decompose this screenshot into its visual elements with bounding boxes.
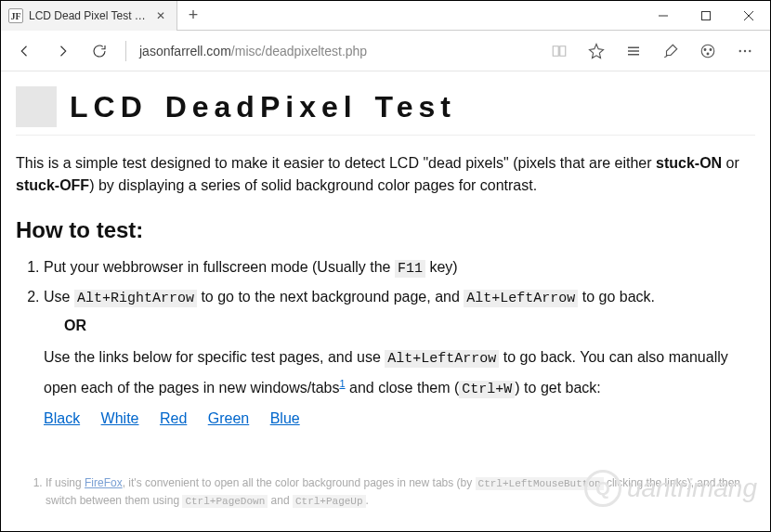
- link-white[interactable]: White: [101, 410, 139, 426]
- svg-point-9: [710, 48, 712, 50]
- page-logo: [16, 86, 57, 127]
- page-title: LCD DeadPixel Test: [70, 84, 456, 129]
- link-blue[interactable]: Blue: [270, 410, 300, 426]
- new-tab-button[interactable]: +: [177, 1, 209, 30]
- svg-point-7: [701, 45, 714, 58]
- link-red[interactable]: Red: [160, 410, 187, 426]
- svg-point-13: [749, 49, 751, 51]
- intro-stuck-on: stuck-ON: [656, 155, 722, 171]
- refresh-button[interactable]: [83, 34, 116, 68]
- tab-favicon: JF: [8, 8, 23, 23]
- color-links: Black White Red Green Blue: [44, 408, 755, 430]
- page-content: LCD DeadPixel Test This is a simple test…: [1, 71, 770, 509]
- steps-list: Put your webbrowser in fullscreen mode (…: [16, 256, 755, 430]
- share-icon[interactable]: [690, 34, 725, 68]
- svg-point-11: [739, 49, 741, 51]
- kbd-alt-right: Alt+RightArrow: [74, 290, 197, 307]
- browser-toolbar: jasonfarrell.com/misc/deadpixeltest.php: [1, 31, 770, 71]
- step-2-sub: Use the links below for specific test pa…: [44, 343, 755, 404]
- link-firefox[interactable]: FireFox: [85, 476, 123, 489]
- close-button[interactable]: [727, 1, 770, 30]
- or-label: OR: [64, 315, 755, 337]
- intro-paragraph: This is a simple test designed to make i…: [16, 152, 755, 197]
- back-button[interactable]: [8, 34, 42, 68]
- kbd-ctrl-pgup: Ctrl+PageUp: [293, 495, 366, 508]
- link-black[interactable]: Black: [44, 410, 80, 426]
- howto-heading: How to test:: [16, 214, 755, 247]
- kbd-alt-left-2: Alt+LeftArrow: [385, 350, 499, 368]
- tab-title: LCD Dead Pixel Test Bac: [29, 9, 149, 22]
- maximize-button[interactable]: [685, 1, 727, 30]
- more-icon[interactable]: [727, 34, 763, 68]
- svg-rect-1: [702, 11, 711, 19]
- step-2: Use Alt+RightArrow to go to the next bac…: [44, 286, 755, 431]
- footnotes: If using FireFox, it's convenient to ope…: [16, 474, 755, 509]
- minimize-button[interactable]: [642, 1, 685, 30]
- step-1: Put your webbrowser in fullscreen mode (…: [44, 256, 755, 280]
- reading-view-icon[interactable]: [542, 34, 577, 68]
- kbd-ctrl-pgdn: Ctrl+PageDown: [182, 495, 268, 508]
- kbd-alt-left: Alt+LeftArrow: [464, 290, 578, 307]
- svg-point-8: [704, 48, 706, 50]
- url-host: jasonfarrell.com: [139, 44, 231, 58]
- intro-text: This is a simple test designed to make i…: [16, 155, 656, 171]
- footnote-1: If using FireFox, it's convenient to ope…: [46, 474, 755, 509]
- separator: [125, 41, 126, 61]
- tab-close-icon[interactable]: ✕: [154, 9, 167, 22]
- svg-point-10: [707, 53, 709, 55]
- kbd-f11: F11: [395, 260, 425, 278]
- forward-button[interactable]: [46, 34, 79, 68]
- browser-tab[interactable]: JF LCD Dead Pixel Test Bac ✕: [1, 1, 177, 31]
- link-green[interactable]: Green: [208, 410, 249, 426]
- hub-icon[interactable]: [616, 34, 651, 68]
- url-path: /misc/deadpixeltest.php: [231, 44, 367, 58]
- window-titlebar: JF LCD Dead Pixel Test Bac ✕ +: [1, 1, 770, 31]
- favorite-icon[interactable]: [579, 34, 614, 68]
- window-controls: [642, 1, 770, 30]
- notes-icon[interactable]: [653, 34, 688, 68]
- svg-point-12: [744, 49, 746, 51]
- intro-stuck-off: stuck-OFF: [16, 177, 89, 193]
- kbd-ctrl-w: Ctrl+W: [459, 381, 515, 398]
- address-bar[interactable]: jasonfarrell.com/misc/deadpixeltest.php: [136, 37, 538, 65]
- kbd-ctrl-lmb: Ctrl+LeftMouseButton: [476, 477, 604, 490]
